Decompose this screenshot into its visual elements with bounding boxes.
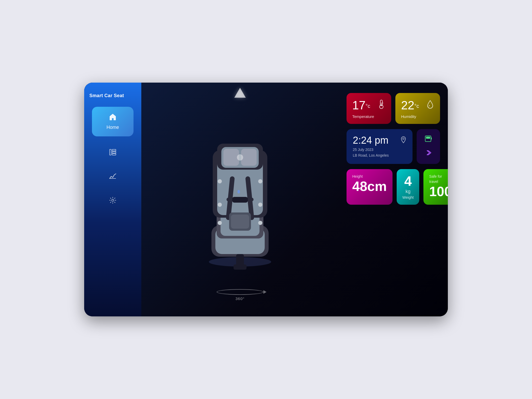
rotation-indicator: 360°: [217, 289, 263, 301]
svg-rect-38: [431, 137, 432, 139]
settings-icon: [109, 197, 116, 205]
row-temp-humidity: 17°c Temperature: [347, 93, 440, 124]
svg-point-29: [237, 190, 240, 194]
svg-rect-2: [112, 151, 116, 153]
svg-point-21: [218, 179, 222, 183]
row-measurements: Height 48cm 4 kg Weight Safe for travel: [347, 169, 440, 205]
height-card: Height 48cm: [347, 169, 393, 205]
location-icon: [401, 136, 406, 145]
weight-card: 4 kg Weight: [397, 169, 419, 205]
temperature-card: 17°c Temperature: [347, 93, 391, 124]
height-value: 48: [352, 179, 367, 194]
svg-rect-3: [112, 154, 116, 155]
svg-point-26: [258, 221, 262, 225]
safe-label-1: Safe for: [429, 174, 448, 178]
svg-rect-16: [241, 149, 257, 166]
svg-point-36: [403, 138, 404, 139]
svg-point-25: [218, 221, 222, 225]
sidebar: Smart Car Seat Home: [84, 83, 141, 316]
svg-point-17: [237, 154, 243, 161]
svg-point-5: [112, 199, 114, 201]
seat-area: 360°: [141, 83, 339, 316]
time-value: 2:24 pm: [353, 135, 388, 146]
bluetooth-icon: [425, 149, 431, 159]
address-value: LB Road, Los Angeles: [353, 153, 406, 157]
sidebar-item-home-label: Home: [107, 125, 119, 130]
humidity-value-container: 22°c: [401, 98, 419, 112]
humidity-card: 22°c Humidity: [395, 93, 440, 124]
weight-value: 4: [404, 174, 412, 188]
weight-label: Weight: [402, 195, 414, 200]
svg-point-22: [258, 179, 262, 183]
sidebar-item-settings[interactable]: [92, 191, 134, 211]
svg-rect-0: [110, 149, 111, 155]
svg-rect-1: [112, 149, 116, 151]
temperature-value: 17: [352, 98, 365, 112]
sidebar-item-home[interactable]: Home: [92, 107, 134, 136]
weight-unit: kg: [405, 189, 410, 194]
temperature-unit: °c: [365, 103, 370, 109]
rotation-ellipse: [217, 289, 263, 295]
device-status-card: [417, 129, 440, 164]
safe-label-2: travel: [429, 179, 448, 184]
humidity-label: Humidity: [401, 114, 434, 119]
home-icon: [109, 113, 117, 122]
height-value-container: 48cm: [352, 179, 387, 193]
temperature-card-top: 17°c: [352, 98, 385, 112]
temperature-value-container: 17°c: [352, 98, 370, 112]
info-panel: 17°c Temperature: [339, 83, 448, 316]
svg-rect-39: [426, 137, 430, 139]
svg-point-23: [218, 203, 222, 207]
svg-rect-15: [223, 149, 239, 166]
safe-value: 100: [429, 184, 448, 199]
humidity-card-top: 22°c: [401, 98, 434, 112]
sidebar-item-list[interactable]: [92, 144, 134, 162]
chart-icon: [109, 173, 116, 181]
sidebar-item-chart[interactable]: [92, 168, 134, 186]
arrow-up-icon: [234, 88, 246, 98]
svg-rect-28: [234, 264, 247, 270]
humidity-unit: °c: [414, 103, 419, 109]
safe-travel-card: Safe for travel 100%: [423, 169, 448, 205]
safe-value-container: 100%: [429, 185, 448, 198]
time-row: 2:24 pm: [353, 135, 406, 146]
date-value: 25 July 2023: [353, 148, 406, 152]
car-seat-image: [198, 127, 282, 272]
svg-point-24: [258, 203, 262, 207]
battery-icon: [425, 134, 432, 144]
list-icon: [109, 149, 116, 157]
temperature-label: Temperature: [352, 114, 385, 119]
sidebar-title: Smart Car Seat: [89, 93, 124, 98]
svg-rect-18: [232, 197, 248, 203]
row-datetime: 2:24 pm 25 July 2023 LB Road, Los Angele…: [347, 129, 440, 164]
humidity-value: 22: [401, 98, 414, 112]
main-content: 360° 17°c: [141, 83, 448, 316]
svg-rect-20: [231, 215, 249, 229]
svg-line-35: [429, 105, 430, 106]
app-container: Smart Car Seat Home: [84, 83, 448, 316]
height-label: Height: [352, 174, 387, 178]
rotation-label: 360°: [235, 296, 244, 301]
height-unit: cm: [367, 179, 387, 194]
thermometer-icon: [377, 99, 385, 111]
datetime-card: 2:24 pm 25 July 2023 LB Road, Los Angele…: [347, 129, 413, 164]
humidity-icon: [426, 99, 434, 111]
